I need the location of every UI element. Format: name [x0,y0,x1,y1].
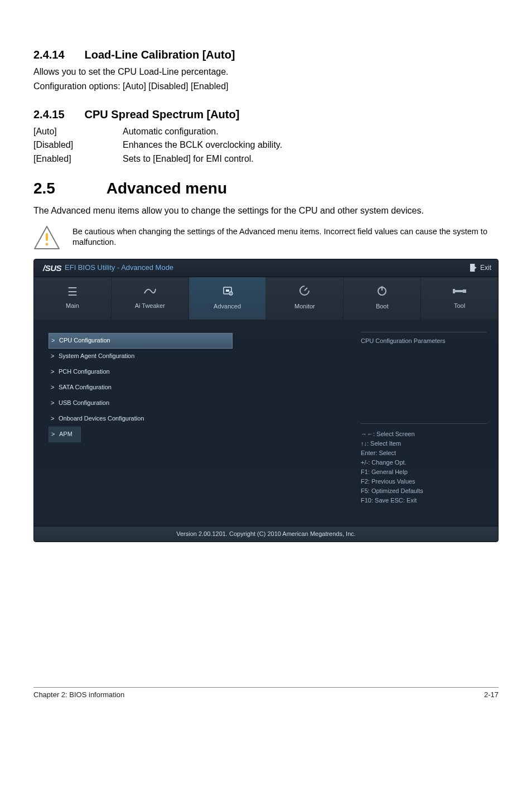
option-row: [Disabled] Enhances the BCLK overclockin… [33,139,499,151]
tab-label: Monitor [294,302,315,311]
tab-advanced[interactable]: Advanced [189,277,267,320]
menu-item-label: SATA Configuration [59,383,112,392]
bios-menu-list: > CPU Configuration > System Agent Confi… [34,320,353,526]
tab-label: Tool [454,302,465,310]
footer-left: Chapter 2: BIOS information [33,690,124,700]
body-text: Allows you to set the CPU Load-Line perc… [33,66,499,78]
chevron-right-icon: > [51,368,56,376]
body-text: The Advanced menu items allow you to cha… [33,205,499,217]
bios-tabs: ☰ Main Ai Tweaker Advanced Monitor Boo [34,277,498,320]
svg-point-2 [46,243,49,245]
svg-rect-11 [453,289,455,293]
warning-text: Be cautious when changing the settings o… [72,225,499,248]
tab-label: Main [66,302,79,310]
tab-ai-tweaker[interactable]: Ai Tweaker [112,277,189,320]
exit-button[interactable]: Exit [470,263,491,273]
menu-item-usb[interactable]: > USB Configuration [49,395,342,411]
heading-number: 2.4.14 [33,47,81,62]
option-key: [Enabled] [33,153,123,165]
svg-line-7 [304,288,307,291]
menu-item-label: PCH Configuration [59,368,110,376]
heading-2-5: 2.5 Advanced menu [33,177,499,199]
menu-item-onboard-devices[interactable]: > Onboard Devices Configuration [49,411,342,427]
heading-number: 2.5 [33,177,103,199]
heading-title: CPU Spread Spectrum [Auto] [85,108,240,120]
bios-screenshot: /SUS EFI BIOS Utility - Advanced Mode Ex… [33,259,499,542]
power-icon [376,285,388,298]
bios-footer: Version 2.00.1201. Copyright (C) 2010 Am… [34,526,498,542]
option-key: [Disabled] [33,139,123,151]
help-line: Enter: Select [361,448,487,458]
monitor-icon [298,285,311,298]
list-icon: ☰ [67,286,78,297]
tab-monitor[interactable]: Monitor [266,277,344,320]
chevron-right-icon: > [51,414,56,423]
menu-item-label: APM [59,430,72,438]
warning-box: Be cautious when changing the settings o… [33,225,499,250]
option-value: Automatic configuration. [123,125,499,138]
footer-right: 2-17 [484,690,499,700]
svg-rect-4 [226,289,229,292]
option-value: Enhances the BCLK overclocking ability. [123,139,499,151]
option-row: [Auto] Automatic configuration. [33,125,499,138]
tab-main[interactable]: ☰ Main [34,277,112,320]
help-line: →←: Select Screen [361,429,487,439]
chevron-right-icon: > [51,352,56,360]
svg-rect-1 [46,233,48,241]
svg-rect-10 [454,290,463,292]
help-line: F10: Save ESC: Exit [361,496,487,505]
chip-icon [221,285,234,298]
heading-2-4-14: 2.4.14 Load-Line Calibration [Auto] [33,47,499,62]
option-row: [Enabled] Sets to [Enabled] for EMI cont… [33,153,499,165]
menu-item-sata[interactable]: > SATA Configuration [49,380,342,395]
help-line: F1: General Help [361,467,487,477]
tab-label: Boot [376,302,389,311]
menu-item-system-agent[interactable]: > System Agent Configuration [49,349,342,364]
heading-title: Load-Line Calibration [Auto] [85,49,235,61]
exit-icon [470,264,477,272]
body-text: Configuration options: [Auto] [Disabled]… [33,80,499,93]
heading-2-4-15: 2.4.15 CPU Spread Spectrum [Auto] [33,107,499,122]
chevron-right-icon: > [51,336,57,345]
bios-title: /SUS EFI BIOS Utility - Advanced Mode [43,262,173,274]
menu-item-label: Onboard Devices Configuration [59,414,144,423]
bios-body: > CPU Configuration > System Agent Confi… [34,320,498,526]
svg-rect-6 [230,293,231,294]
bios-right-panel: CPU Configuration Parameters →←: Select … [353,320,498,526]
help-panel: →←: Select Screen ↑↓: Select Item Enter:… [361,423,487,516]
chevron-right-icon: > [51,430,57,438]
asus-logo: /SUS [43,262,61,274]
help-line: F2: Previous Values [361,477,487,486]
option-key: [Auto] [33,125,123,138]
tool-icon [453,286,466,297]
tweaker-icon [143,286,157,297]
option-value: Sets to [Enabled] for EMI control. [123,153,499,165]
tab-label: Advanced [214,302,241,311]
menu-item-pch[interactable]: > PCH Configuration [49,364,342,380]
menu-item-label: CPU Configuration [59,336,110,345]
page-footer: Chapter 2: BIOS information 2-17 [33,687,499,700]
svg-rect-12 [463,289,466,293]
heading-title: Advanced menu [107,180,227,197]
menu-item-label: System Agent Configuration [59,352,134,360]
help-line: F5: Optimized Defaults [361,486,487,496]
info-panel-title: CPU Configuration Parameters [361,337,487,345]
warning-icon [33,225,60,250]
chevron-right-icon: > [51,399,56,407]
menu-item-apm[interactable]: > APM [49,427,81,442]
heading-number: 2.4.15 [33,107,81,122]
help-line: ↑↓: Select Item [361,439,487,448]
exit-label: Exit [480,263,491,273]
help-line: +/-: Change Opt. [361,458,487,467]
menu-item-cpu-configuration[interactable]: > CPU Configuration [49,333,233,349]
bios-header: /SUS EFI BIOS Utility - Advanced Mode Ex… [34,259,498,277]
tab-tool[interactable]: Tool [421,277,498,320]
info-panel: CPU Configuration Parameters [361,332,487,416]
tab-boot[interactable]: Boot [344,277,421,320]
menu-item-label: USB Configuration [59,399,109,407]
chevron-right-icon: > [51,383,56,392]
bios-header-text: EFI BIOS Utility - Advanced Mode [65,263,173,273]
tab-label: Ai Tweaker [135,302,165,310]
